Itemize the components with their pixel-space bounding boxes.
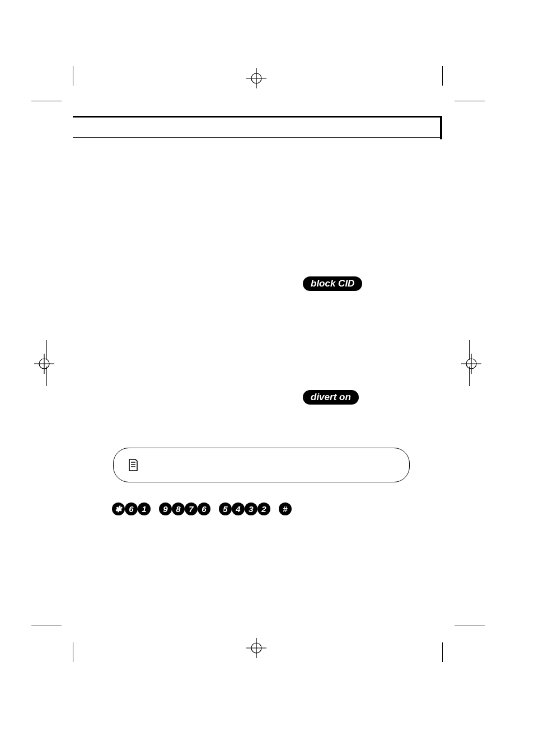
registration-mark-icon: [33, 353, 55, 375]
header-rule-thick: [73, 116, 442, 118]
dial-key-3: 3: [245, 503, 257, 515]
registration-mark-icon: [245, 67, 268, 90]
divert-on-button[interactable]: divert on: [303, 390, 359, 405]
dial-key-9: 9: [159, 503, 172, 515]
dial-key-1: 1: [138, 503, 151, 515]
crop-mark: [455, 101, 485, 101]
dial-key-6b: 6: [198, 503, 210, 515]
header-tab: [440, 116, 442, 139]
dial-key-2: 2: [257, 503, 270, 515]
note-icon: [128, 459, 138, 471]
dial-key-7: 7: [185, 503, 198, 515]
header-rule-thin: [73, 137, 442, 138]
dial-key-5: 5: [219, 503, 232, 515]
dial-key-4: 4: [232, 503, 245, 515]
registration-mark-icon: [460, 353, 483, 375]
crop-mark: [442, 642, 443, 662]
dial-key-6: 6: [125, 503, 138, 515]
crop-mark: [31, 626, 62, 626]
block-cid-button[interactable]: block CID: [303, 276, 362, 291]
crop-mark: [73, 66, 73, 86]
crop-mark: [442, 66, 443, 86]
dial-key-star: ✱: [112, 503, 125, 515]
crop-mark: [455, 626, 485, 626]
crop-mark: [73, 642, 73, 662]
dial-key-8: 8: [172, 503, 185, 515]
note-box: [113, 448, 410, 482]
crop-mark: [31, 101, 62, 101]
dial-key-hash: #: [279, 503, 292, 515]
dial-sequence: ✱ 6 1 9 8 7 6 5 4 3 2 #: [112, 503, 292, 515]
registration-mark-icon: [245, 637, 268, 659]
